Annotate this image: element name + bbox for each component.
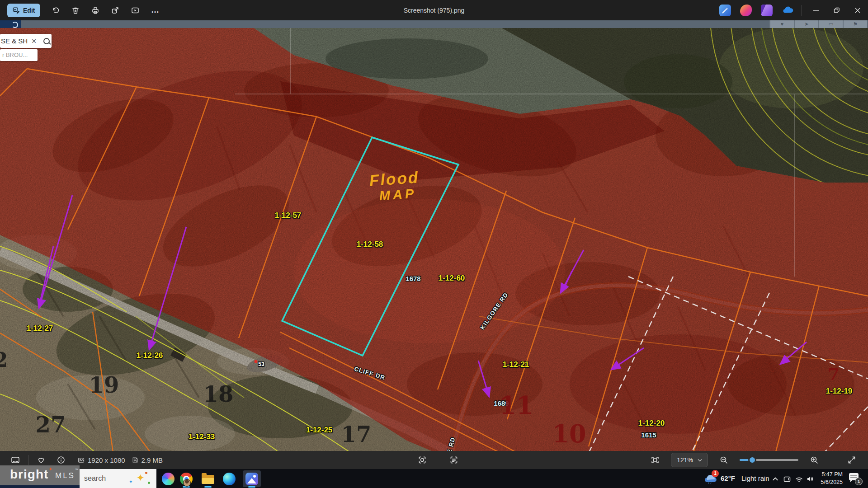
image-dimensions: 868 x 488 xyxy=(77,456,125,464)
restore-button[interactable] xyxy=(826,0,847,20)
spark-dot-green xyxy=(148,482,150,484)
titlebar-separator xyxy=(802,5,802,16)
photos-title-bar: Edit … Screenshot (975).png xyxy=(0,0,868,20)
edit-image-icon xyxy=(13,7,20,14)
taskbar-photos-icon[interactable] xyxy=(245,472,259,486)
zoom-in-button[interactable] xyxy=(809,455,819,465)
taskbar-edge-icon[interactable] xyxy=(222,472,236,486)
tray-device-icon[interactable] xyxy=(782,472,793,486)
tray-chevron-up-icon[interactable] xyxy=(770,472,780,486)
designer-icon[interactable] xyxy=(740,5,752,16)
gis-logo xyxy=(0,20,21,28)
copilot-spark-icon: ✦ xyxy=(137,473,145,483)
taskbar-copilot-icon[interactable] xyxy=(161,472,175,486)
toolbar-separator xyxy=(28,455,28,465)
delete-button[interactable] xyxy=(71,6,80,15)
info-button[interactable] xyxy=(56,455,66,465)
edit-button[interactable]: Edit xyxy=(7,4,40,17)
gis-cursor-icon: ➤ xyxy=(794,20,818,28)
image-search-query: SE & SH xyxy=(1,37,28,45)
taskbar-file-explorer-icon[interactable] xyxy=(201,472,215,486)
copilot-spark-small-icon: ✦ xyxy=(129,479,133,485)
clear-search-icon: ✕ xyxy=(31,38,37,45)
tray-time: 5:47 PM xyxy=(816,471,843,479)
ai-edit-icon[interactable] xyxy=(719,5,731,16)
share-button[interactable] xyxy=(111,6,120,15)
rotate-button[interactable] xyxy=(51,6,60,15)
filesize-value: 2.9 MB xyxy=(142,456,163,464)
taskbar-chrome-icon[interactable] xyxy=(179,472,193,486)
zoom-level-value: 121% xyxy=(677,456,693,464)
bright-mls-mls: MLS xyxy=(55,471,75,480)
chrome-profile-avatar xyxy=(183,479,191,487)
filmstrip-button[interactable] xyxy=(10,455,20,465)
taskbar-search-placeholder: search xyxy=(84,469,106,488)
running-indicator xyxy=(248,486,255,488)
edit-button-label: Edit xyxy=(23,7,35,14)
taskbar-search-box[interactable]: search ✦ ✦ xyxy=(80,469,156,488)
zoom-slider[interactable] xyxy=(740,459,798,461)
favorite-button[interactable] xyxy=(36,455,46,465)
weather-temperature[interactable]: 62°F xyxy=(721,469,735,488)
spark-dot-orange xyxy=(145,472,147,474)
toolbar-separator xyxy=(833,455,833,465)
notification-badge: 1 xyxy=(855,478,863,485)
gis-flag-icon: ⚑ xyxy=(843,20,867,28)
search-icon xyxy=(43,38,50,44)
file-size: 2.9 MB xyxy=(132,456,163,464)
visual-search-button[interactable] xyxy=(417,455,427,465)
gis-extent-icon: ▭ xyxy=(818,20,843,28)
weather-condition[interactable]: Light rain xyxy=(741,469,769,488)
bright-mls-logo: bright ✦ MLS ™ xyxy=(0,465,80,485)
gis-toolbar-strip: ♥ ➤ ▭ ⚑ xyxy=(0,20,868,28)
weather-tray-icon[interactable]: 1 xyxy=(703,471,718,485)
bright-mls-word: bright xyxy=(10,467,48,482)
image-search-suggestion: r BROU... xyxy=(0,49,38,61)
tray-volume-icon[interactable] xyxy=(805,472,816,486)
print-button[interactable] xyxy=(91,6,100,15)
bright-mls-footer-strip xyxy=(0,485,80,488)
clipchamp-icon[interactable] xyxy=(761,5,773,16)
zoom-slider-thumb[interactable] xyxy=(748,456,756,464)
weather-badge: 1 xyxy=(712,470,719,477)
text-actions-button[interactable] xyxy=(449,455,459,465)
flood-map-image[interactable] xyxy=(0,0,868,488)
running-indicator xyxy=(204,486,212,488)
tray-date: 5/6/2025 xyxy=(816,479,843,486)
dimensions-value: 868 x 488 xyxy=(88,456,125,464)
more-options-button[interactable]: … xyxy=(151,6,160,15)
photos-bottom-toolbar: 868 x 488 2.9 MB 121% xyxy=(0,451,868,469)
gis-bookmark-icon: ♥ xyxy=(769,20,794,28)
chevron-down-icon xyxy=(698,459,702,462)
close-button[interactable] xyxy=(847,0,868,20)
bright-mls-tm: ™ xyxy=(75,468,78,471)
tray-wifi-icon[interactable] xyxy=(793,472,804,486)
windows-taskbar: bright ✦ MLS ™ search ✦ ✦ 1 62°F Light r… xyxy=(0,469,868,488)
onedrive-icon[interactable] xyxy=(782,5,793,16)
tray-clock[interactable]: 5:47 PM 5/6/2025 xyxy=(816,471,843,486)
zoom-out-button[interactable] xyxy=(719,455,729,465)
image-search-box: SE & SH ✕ xyxy=(0,34,52,48)
bright-mls-spark-icon: ✦ xyxy=(48,466,52,472)
fit-to-window-button[interactable] xyxy=(650,455,660,465)
minimize-button[interactable] xyxy=(806,0,826,20)
slideshow-button[interactable] xyxy=(131,6,140,15)
notification-center-icon[interactable]: 1 xyxy=(849,473,861,484)
fullscreen-button[interactable] xyxy=(847,455,857,465)
zoom-level-dropdown[interactable]: 121% xyxy=(671,453,708,467)
